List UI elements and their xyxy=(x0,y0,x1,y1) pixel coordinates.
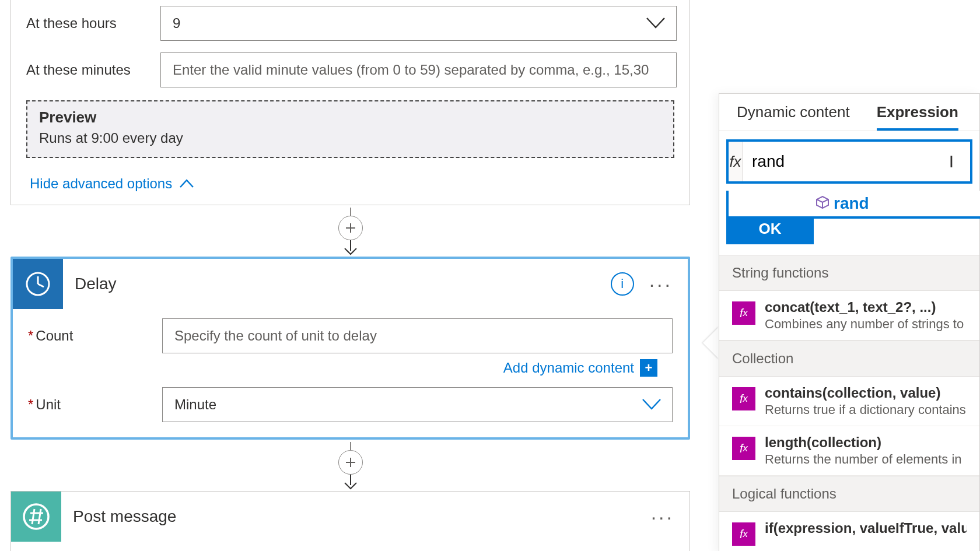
arrow-down-icon xyxy=(344,238,358,255)
hours-row: At these hours 9 xyxy=(11,0,690,47)
fn-signature: concat(text_1, text_2?, ...) xyxy=(765,299,964,315)
text-cursor-icon: I xyxy=(949,152,954,171)
tab-dynamic-content[interactable]: Dynamic content xyxy=(737,103,850,131)
expression-input[interactable] xyxy=(743,142,970,181)
section-logical-functions: Logical functions xyxy=(719,476,979,512)
svg-line-6 xyxy=(38,284,44,287)
tab-expression[interactable]: Expression xyxy=(877,103,958,131)
clock-icon xyxy=(13,259,63,309)
hide-advanced-label: Hide advanced options xyxy=(30,176,172,192)
count-row: *Count xyxy=(28,318,673,353)
expression-input-row: fx I xyxy=(726,139,972,184)
add-dynamic-label: Add dynamic content xyxy=(503,360,634,376)
plus-icon: + xyxy=(640,359,657,377)
section-collection: Collection xyxy=(719,341,979,377)
hours-label: At these hours xyxy=(26,15,160,31)
fn-signature: length(collection) xyxy=(765,434,962,451)
connector xyxy=(10,208,690,255)
svg-point-11 xyxy=(24,504,48,529)
fx-icon: fx xyxy=(729,142,743,181)
preview-text: Runs at 9:00 every day xyxy=(39,130,662,146)
hours-value: 9 xyxy=(173,15,180,31)
delay-title: Delay xyxy=(75,275,611,293)
fx-badge-icon: fx xyxy=(732,522,755,546)
fn-signature: contains(collection, value) xyxy=(765,385,966,401)
minutes-row: At these minutes xyxy=(11,47,690,93)
fn-description: Combines any number of strings to xyxy=(765,317,964,332)
fn-contains[interactable]: fx contains(collection, value) Returns t… xyxy=(719,377,979,426)
count-label: *Count xyxy=(28,328,162,344)
fn-description: Returns the number of elements in xyxy=(765,452,962,467)
preview-box: Preview Runs at 9:00 every day xyxy=(26,100,674,158)
hash-icon xyxy=(11,492,61,542)
fn-concat[interactable]: fx concat(text_1, text_2?, ...) Combines… xyxy=(719,291,979,341)
fn-signature: if(expression, valueIfTrue, valueIf xyxy=(765,520,967,536)
count-input-wrap[interactable] xyxy=(162,318,673,353)
post-more-button[interactable]: ··· xyxy=(651,506,674,528)
fx-badge-icon: fx xyxy=(732,437,755,460)
recurrence-card: At these hours 9 At these minutes Previe… xyxy=(10,0,690,205)
chevron-down-icon xyxy=(646,17,666,30)
info-icon[interactable]: i xyxy=(611,272,634,296)
minutes-input[interactable] xyxy=(173,62,664,78)
delay-card: Delay i ··· *Count Add dynamic content +… xyxy=(10,257,690,440)
chevron-down-icon xyxy=(642,398,662,411)
svg-line-15 xyxy=(38,509,41,524)
section-string-functions: String functions xyxy=(719,255,979,291)
minutes-input-wrap[interactable] xyxy=(160,52,677,87)
post-title: Post message xyxy=(73,507,651,526)
minutes-label: At these minutes xyxy=(26,62,160,78)
fn-length[interactable]: fx length(collection) Returns the number… xyxy=(719,426,979,476)
delay-header[interactable]: Delay i ··· xyxy=(13,259,688,309)
unit-label: *Unit xyxy=(28,396,162,413)
unit-select[interactable]: Minute xyxy=(162,387,673,422)
cube-icon xyxy=(816,196,829,211)
hide-advanced-toggle[interactable]: Hide advanced options xyxy=(11,167,690,205)
expression-panel: Dynamic content Expression fx I rand OK … xyxy=(719,93,980,551)
panel-tabs: Dynamic content Expression xyxy=(719,94,979,131)
count-input[interactable] xyxy=(174,328,660,344)
fn-if[interactable]: fx if(expression, valueIfTrue, valueIf xyxy=(719,512,979,551)
delay-more-button[interactable]: ··· xyxy=(649,273,673,296)
fx-badge-icon: fx xyxy=(732,387,755,410)
hours-select[interactable]: 9 xyxy=(160,6,677,41)
unit-value: Minute xyxy=(174,396,216,413)
add-dynamic-content[interactable]: Add dynamic content + xyxy=(28,353,673,377)
fn-description: Returns true if a dictionary contains xyxy=(765,402,966,417)
chevron-up-icon xyxy=(179,179,194,188)
connector xyxy=(10,442,690,490)
post-header[interactable]: Post message ··· xyxy=(11,492,690,542)
svg-line-14 xyxy=(32,509,34,524)
unit-row: *Unit Minute xyxy=(28,377,673,422)
autocomplete-suggestion[interactable]: rand xyxy=(726,191,980,219)
arrow-down-icon xyxy=(344,472,358,490)
fx-badge-icon: fx xyxy=(732,301,755,325)
preview-title: Preview xyxy=(39,108,662,127)
add-step-button[interactable] xyxy=(338,216,363,240)
post-message-card: Post message ··· *Channel Name tutorial xyxy=(10,491,690,551)
callout-pointer xyxy=(703,327,719,359)
add-step-button[interactable] xyxy=(338,450,363,475)
suggestion-text: rand xyxy=(834,194,869,213)
